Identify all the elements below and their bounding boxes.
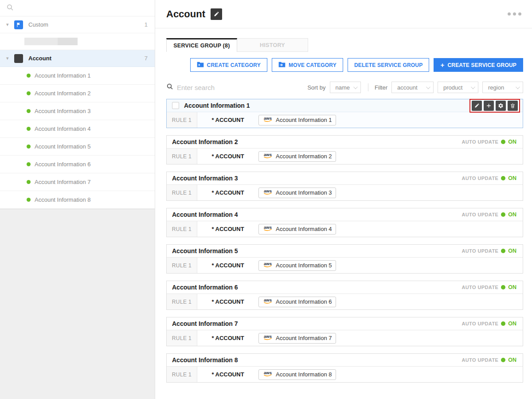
card-title: Account Information 7 xyxy=(172,320,238,327)
status-dot-icon xyxy=(27,162,31,166)
aws-tag[interactable]: aws Account Information 7 xyxy=(258,333,336,344)
auto-update-label: AUTO UPDATE xyxy=(462,321,498,326)
tab-service-group[interactable]: SERVICE GROUP (8) xyxy=(166,38,237,52)
auto-update-label: AUTO UPDATE xyxy=(462,248,498,254)
status-dot-icon xyxy=(27,145,31,149)
chevron-down-icon[interactable]: ▾ xyxy=(6,22,14,27)
auto-update: AUTO UPDATE ON xyxy=(462,284,520,290)
edit-title-button[interactable] xyxy=(211,8,222,20)
card-actions xyxy=(469,99,520,113)
service-group-card[interactable]: Account Information 5 AUTO UPDATE ON RUL… xyxy=(166,244,523,274)
redacted-text xyxy=(24,38,58,45)
more-menu-button[interactable] xyxy=(508,12,521,16)
sidebar-item[interactable]: Account Information 3 xyxy=(0,102,155,120)
sidebar-item-label: Account Information 3 xyxy=(35,108,90,114)
auto-update-state: ON xyxy=(508,139,516,145)
create-service-group-button[interactable]: + CREATE SERVICE GROUP xyxy=(434,58,523,72)
card-rule-row: RULE 1 * ACCOUNT aws Account Information… xyxy=(167,330,523,346)
field-label: * ACCOUNT xyxy=(197,262,258,269)
aws-tag[interactable]: aws Account Information 2 xyxy=(258,151,336,162)
field-label: * ACCOUNT xyxy=(197,226,258,232)
status-dot-icon xyxy=(27,109,31,113)
service-group-list: Account Information 1 xyxy=(166,99,523,383)
sidebar-item[interactable]: Account Information 2 xyxy=(0,85,155,102)
sidebar-item[interactable]: Account Information 4 xyxy=(0,120,155,138)
svg-text:aws: aws xyxy=(264,334,272,339)
aws-tag[interactable]: aws Account Information 3 xyxy=(258,188,336,198)
edit-button[interactable] xyxy=(472,101,482,111)
auto-update-label: AUTO UPDATE xyxy=(462,176,498,181)
sidebar-category-custom[interactable]: ▾ Custom 1 xyxy=(0,16,155,33)
chevron-down-icon xyxy=(471,85,475,89)
rule-label: RULE 1 xyxy=(167,294,197,309)
auto-update-on-icon xyxy=(501,358,505,362)
aws-tag[interactable]: aws Account Information 1 xyxy=(258,115,336,125)
redacted-text xyxy=(58,38,78,45)
aws-tag[interactable]: aws Account Information 4 xyxy=(258,224,336,235)
card-header: Account Information 8 AUTO UPDATE ON xyxy=(167,354,523,367)
sidebar-item[interactable]: Account Information 7 xyxy=(0,173,155,191)
filter-label: Filter xyxy=(375,84,387,91)
sidebar-item-label: Account Information 1 xyxy=(35,72,90,79)
search-input[interactable] xyxy=(177,84,274,91)
auto-update-on-icon xyxy=(501,140,505,144)
status-dot-icon xyxy=(27,180,31,184)
chevron-down-icon[interactable]: ▾ xyxy=(6,55,14,61)
status-dot-icon xyxy=(27,74,31,78)
auto-update-on-icon xyxy=(501,285,505,289)
sidebar-item[interactable]: Account Information 6 xyxy=(0,156,155,173)
filter-select-region[interactable]: region xyxy=(482,82,523,93)
card-rule-row: RULE 1 * ACCOUNT aws Account Information… xyxy=(167,149,523,164)
card-checkbox[interactable] xyxy=(172,102,179,109)
sidebar-search[interactable] xyxy=(0,0,155,16)
service-group-card[interactable]: Account Information 7 AUTO UPDATE ON RUL… xyxy=(166,317,523,346)
auto-update-state: ON xyxy=(508,321,516,327)
delete-service-group-button[interactable]: DELETE SERVICE GROUP xyxy=(348,58,429,72)
service-group-card[interactable]: Account Information 2 AUTO UPDATE ON RUL… xyxy=(166,135,523,164)
sidebar-item[interactable]: Account Information 5 xyxy=(0,138,155,156)
service-group-card[interactable]: Account Information 4 AUTO UPDATE ON RUL… xyxy=(166,208,523,237)
create-category-button[interactable]: CREATE CATEGORY xyxy=(190,58,267,72)
category-count: 7 xyxy=(145,55,148,62)
card-rule-row: RULE 1 * ACCOUNT aws Account Information… xyxy=(167,112,523,128)
auto-update: AUTO UPDATE ON xyxy=(462,357,520,363)
settings-button[interactable] xyxy=(496,101,506,111)
card-rule-row: RULE 1 * ACCOUNT aws Account Information… xyxy=(167,221,523,237)
sort-select[interactable]: name xyxy=(330,82,361,93)
rule-label: RULE 1 xyxy=(167,112,197,128)
service-group-card[interactable]: Account Information 8 AUTO UPDATE ON RUL… xyxy=(166,353,523,383)
auto-update-state: ON xyxy=(508,248,516,254)
aws-tag[interactable]: aws Account Information 5 xyxy=(258,260,336,271)
add-button[interactable] xyxy=(484,101,494,111)
main-panel: Account SERVICE GROUP (8) HISTORY C xyxy=(155,0,532,399)
aws-tag[interactable]: aws Account Information 8 xyxy=(258,369,336,380)
content: SERVICE GROUP (8) HISTORY CREATE CATEGOR… xyxy=(155,28,532,383)
service-group-card[interactable]: Account Information 1 xyxy=(166,99,523,128)
sidebar-category-account[interactable]: ▾ Account 7 xyxy=(0,50,155,67)
auto-update-state: ON xyxy=(508,357,516,363)
status-dot-icon xyxy=(27,91,31,95)
sidebar-item-label: Account Information 7 xyxy=(35,179,90,185)
service-group-card[interactable]: Account Information 3 AUTO UPDATE ON RUL… xyxy=(166,172,523,201)
category-label: Account xyxy=(28,55,145,62)
auto-update-state: ON xyxy=(508,175,516,181)
sidebar-item[interactable]: Account Information 1 xyxy=(0,67,155,85)
auto-update: AUTO UPDATE ON xyxy=(462,321,520,327)
card-title: Account Information 8 xyxy=(172,356,238,364)
auto-update-state: ON xyxy=(508,284,516,290)
service-group-card[interactable]: Account Information 6 AUTO UPDATE ON RUL… xyxy=(166,281,523,310)
aws-icon: aws xyxy=(263,370,273,379)
folder-arrow-icon xyxy=(278,62,286,69)
sidebar: ▾ Custom 1 ▾ Account 7 Account Informati… xyxy=(0,0,155,399)
sidebar-item[interactable]: Account Information 8 xyxy=(0,191,155,209)
status-dot-icon xyxy=(27,198,31,202)
delete-button[interactable] xyxy=(508,101,518,111)
card-title: Account Information 1 xyxy=(184,102,250,109)
sidebar-item-redacted[interactable] xyxy=(0,33,155,50)
filter-select-account[interactable]: account xyxy=(391,82,434,93)
move-category-button[interactable]: MOVE CATEGORY xyxy=(272,58,343,72)
filter-select-product[interactable]: product xyxy=(438,82,478,93)
tab-history[interactable]: HISTORY xyxy=(237,38,308,52)
aws-tag[interactable]: aws Account Information 6 xyxy=(258,297,336,307)
sort-by-label: Sort by xyxy=(307,84,325,91)
